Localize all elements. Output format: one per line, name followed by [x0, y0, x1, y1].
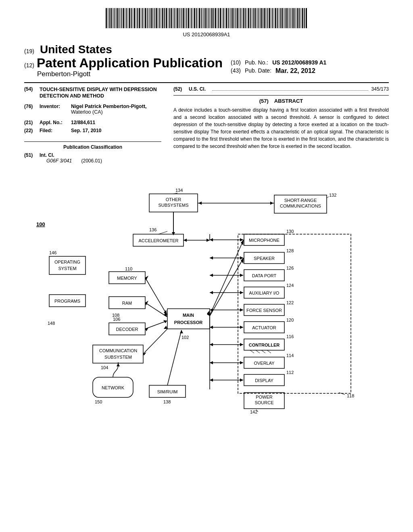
svg-rect-36: [162, 8, 163, 28]
ref-116: 116: [286, 334, 294, 339]
ref-134: 134: [175, 188, 183, 193]
svg-text:SHORT-RANGE: SHORT-RANGE: [284, 198, 317, 203]
svg-rect-8: [119, 8, 119, 28]
svg-rect-80: [232, 8, 234, 28]
svg-text:SYSTEM: SYSTEM: [58, 266, 76, 271]
svg-rect-31: [154, 8, 155, 28]
patent-num: (12): [24, 62, 34, 69]
svg-rect-81: [234, 8, 235, 28]
svg-rect-115: [288, 8, 289, 28]
svg-rect-4: [113, 8, 113, 28]
svg-rect-99: [263, 8, 263, 28]
page: US 20120068939A1 (19) United States (12)…: [0, 0, 413, 532]
svg-rect-1: [108, 8, 108, 28]
pub-class-label: Publication Classification: [24, 144, 161, 150]
filed-num: (22): [24, 128, 36, 133]
harrow-aux-r: [240, 291, 243, 294]
arrow-memory-proc: [145, 278, 167, 315]
arrow-comm-head: [164, 326, 167, 329]
ref-136-line: [159, 231, 167, 234]
arrow-accel-proc-l: [184, 239, 187, 242]
svg-rect-125: [304, 8, 305, 28]
svg-rect-73: [222, 8, 222, 28]
svg-text:SOURCE: SOURCE: [254, 400, 273, 405]
svg-rect-14: [128, 8, 128, 28]
header-left: (12) Patent Application Publication Pemb…: [24, 56, 223, 78]
svg-rect-3: [111, 8, 112, 28]
svg-rect-19: [136, 8, 136, 28]
ref-124: 124: [286, 283, 294, 288]
pub-date-value: Mar. 22, 2012: [275, 67, 315, 75]
diagram-svg: 100 118 SHORT-RANGE COMMUNICATIONS 132 O…: [24, 172, 389, 414]
arrow-dec-head: [163, 320, 167, 323]
us-cl-dots: [212, 90, 368, 91]
int-cl-row: (51) Int. Cl.: [24, 152, 161, 158]
svg-rect-91: [250, 8, 251, 28]
svg-text:OTHER: OTHER: [166, 197, 181, 202]
svg-rect-63: [205, 8, 206, 28]
arrow-comm-proc: [143, 329, 167, 354]
svg-rect-109: [279, 8, 279, 28]
inventor-location: Waterloo (CA): [71, 109, 147, 115]
ref-114: 114: [286, 353, 294, 358]
header-country-row: (19) United States: [24, 41, 389, 56]
svg-rect-126: [306, 8, 307, 28]
svg-rect-48: [181, 8, 182, 28]
svg-text:SPEAKER: SPEAKER: [254, 256, 275, 261]
svg-rect-114: [286, 8, 288, 28]
pub-no-label: Pub. No.:: [245, 59, 268, 66]
svg-rect-46: [179, 8, 179, 28]
svg-text:DECODER: DECODER: [116, 327, 138, 332]
arrow-left-head1: [198, 202, 202, 205]
svg-text:MICROPHONE: MICROPHONE: [249, 238, 280, 243]
ref-118: 118: [347, 393, 354, 398]
int-cl-label: Int. Cl.: [40, 152, 60, 158]
svg-rect-83: [237, 8, 238, 28]
svg-rect-111: [282, 8, 283, 28]
ref-100: 100: [36, 221, 45, 227]
svg-rect-52: [188, 8, 189, 28]
svg-rect-93: [253, 8, 254, 28]
svg-rect-24: [144, 8, 144, 28]
svg-text:DISPLAY: DISPLAY: [255, 378, 273, 383]
ref-148: 148: [48, 321, 55, 326]
svg-rect-87: [243, 8, 244, 28]
svg-rect-51: [186, 8, 187, 28]
svg-text:PROGRAMS: PROGRAMS: [54, 299, 80, 303]
svg-rect-82: [236, 8, 236, 28]
svg-rect-94: [254, 8, 256, 28]
svg-rect-76: [226, 8, 227, 28]
svg-rect-84: [239, 8, 240, 28]
svg-rect-41: [171, 8, 172, 28]
ref-126: 126: [286, 266, 294, 270]
svg-rect-57: [196, 8, 197, 28]
svg-text:MEMORY: MEMORY: [117, 276, 137, 281]
appl-field: (21) Appl. No.: 12/884,611: [24, 120, 161, 125]
inventor-name: Nigel Patrick Pemberton-Pigott,: [71, 104, 147, 109]
svg-rect-100: [264, 8, 265, 28]
svg-text:COMMUNICATION: COMMUNICATION: [99, 348, 138, 353]
svg-text:DATA PORT: DATA PORT: [252, 273, 277, 278]
pub-no-value: US 2012/0068939 A1: [272, 59, 326, 66]
barcode-section: [24, 8, 389, 30]
pub-date-label: Pub. Date:: [245, 67, 271, 75]
svg-rect-62: [204, 8, 204, 28]
svg-rect-10: [121, 8, 122, 28]
svg-rect-25: [145, 8, 146, 28]
svg-rect-26: [147, 8, 148, 28]
svg-rect-33: [158, 8, 159, 28]
svg-rect-66: [210, 8, 211, 28]
svg-rect-104: [271, 8, 271, 28]
svg-rect-90: [248, 8, 249, 28]
svg-rect-70: [217, 8, 217, 28]
svg-text:OVERLAY: OVERLAY: [254, 361, 275, 366]
svg-rect-6: [115, 8, 116, 28]
svg-rect-37: [164, 8, 165, 28]
svg-rect-34: [159, 8, 160, 28]
svg-rect-101: [266, 8, 267, 28]
svg-rect-69: [215, 8, 216, 28]
arrow-sim-proc: [167, 330, 181, 385]
pub-date-num: (43): [231, 67, 241, 75]
svg-text:CONTROLLER: CONTROLLER: [249, 343, 280, 347]
svg-rect-22: [141, 8, 141, 28]
